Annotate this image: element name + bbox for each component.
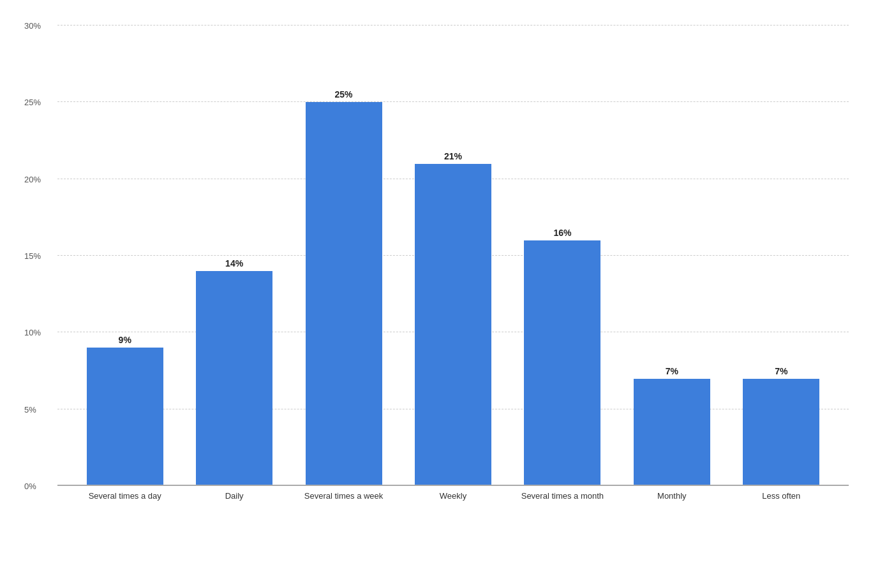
y-tick-label: 25%	[24, 98, 41, 107]
bar	[524, 240, 600, 486]
x-tick-label: Several times a week	[289, 491, 398, 502]
y-tick-label: 5%	[24, 404, 36, 414]
bar-value-label: 25%	[335, 89, 353, 99]
bar-group: 9%	[70, 26, 179, 486]
bar	[415, 164, 491, 486]
bar-value-label: 9%	[119, 335, 131, 345]
y-tick-label: 0%	[24, 481, 36, 491]
bar-group: 16%	[508, 26, 617, 486]
plot-area: 30%25%20%15%10%5%0% 9%14%25%21%16%7%7%	[57, 26, 849, 486]
bar-group: 21%	[398, 26, 507, 486]
bar	[87, 348, 163, 486]
chart-container: 30%25%20%15%10%5%0% 9%14%25%21%16%7%7% S…	[0, 0, 887, 588]
bar-group: 7%	[727, 26, 836, 486]
x-tick-label: Less often	[727, 491, 836, 502]
bar	[743, 379, 819, 486]
x-tick-label: Several times a month	[508, 491, 617, 502]
x-tick-label: Weekly	[398, 491, 507, 502]
x-tick-label: Monthly	[617, 491, 726, 502]
y-tick-label: 20%	[24, 174, 41, 184]
y-tick-label: 30%	[24, 21, 41, 31]
y-tick-label: 10%	[24, 328, 41, 337]
bar-value-label: 16%	[553, 228, 571, 238]
bars-row: 9%14%25%21%16%7%7%	[57, 26, 849, 486]
bar	[634, 379, 710, 486]
bar-value-label: 14%	[225, 258, 243, 268]
x-tick-label: Daily	[179, 491, 288, 502]
x-tick-label: Several times a day	[70, 491, 179, 502]
y-tick-label: 15%	[24, 251, 41, 261]
bar-group: 25%	[289, 26, 398, 486]
bar-group: 7%	[617, 26, 726, 486]
bar	[196, 271, 272, 486]
bar	[306, 102, 382, 486]
bar-group: 14%	[179, 26, 288, 486]
x-labels: Several times a dayDailySeveral times a …	[57, 486, 849, 524]
bar-value-label: 21%	[444, 151, 462, 161]
chart-area: 30%25%20%15%10%5%0% 9%14%25%21%16%7%7% S…	[57, 26, 849, 524]
bar-value-label: 7%	[775, 366, 787, 376]
bar-value-label: 7%	[666, 366, 678, 376]
